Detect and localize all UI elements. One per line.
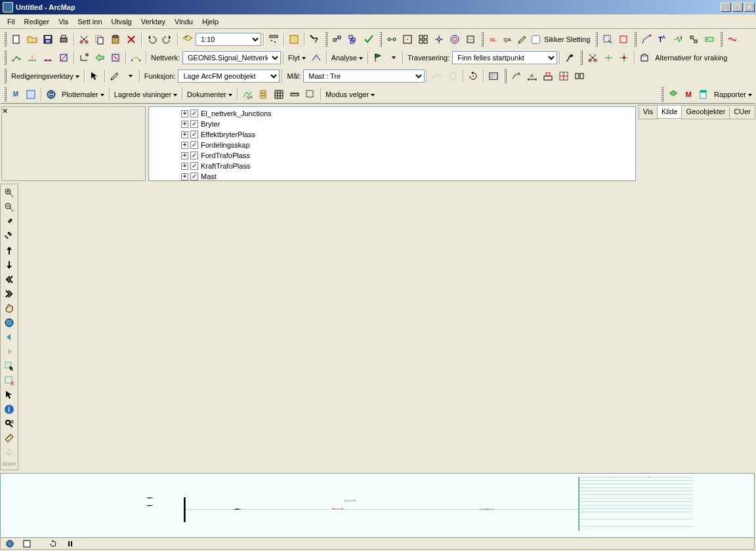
- sketch-dropdown[interactable]: [123, 70, 136, 83]
- layer-label[interactable]: El_nettverk_Junctions: [201, 110, 272, 117]
- geonis-t2-icon[interactable]: TA: [655, 33, 669, 46]
- redo-icon[interactable]: [160, 33, 175, 46]
- layer-tree[interactable]: +El_nettverk_Junctions+Bryter+Effektbryt…: [148, 106, 636, 181]
- geonis-t5-icon[interactable]: [702, 33, 717, 46]
- toc-tab-cuer[interactable]: CUer: [729, 106, 755, 119]
- vraking-icon[interactable]: [637, 51, 652, 64]
- net-tool3-icon[interactable]: [416, 33, 430, 46]
- attributes-icon[interactable]: [486, 70, 501, 83]
- fixed-zoom-out-icon[interactable]: [2, 230, 16, 243]
- geonis-app-icon[interactable]: [24, 88, 38, 101]
- dim-tool3-icon[interactable]: [541, 70, 555, 83]
- selection-tool-icon[interactable]: [303, 88, 318, 101]
- funksjon-select[interactable]: Lage ArcFM geoobjekt: [178, 70, 280, 83]
- pan-up-icon[interactable]: [2, 244, 16, 257]
- qa-tool-icon[interactable]: QA: [240, 88, 255, 101]
- arc-icon[interactable]: [430, 70, 444, 83]
- sikker-sletting-checkbox[interactable]: [532, 35, 540, 44]
- flyt-menu[interactable]: Flyt: [285, 54, 308, 62]
- geonis-t3-icon[interactable]: [671, 33, 685, 46]
- pan-icon[interactable]: [2, 302, 16, 315]
- layer-checkbox[interactable]: [190, 152, 198, 159]
- menu-utvalg[interactable]: Utvalg: [107, 15, 136, 28]
- circle-icon[interactable]: [446, 70, 460, 83]
- toc-tab-vis[interactable]: Vis: [639, 106, 658, 119]
- restore-button[interactable]: ❐: [732, 3, 743, 12]
- minimize-button[interactable]: _: [721, 3, 731, 12]
- qa-icon[interactable]: QA: [501, 33, 514, 46]
- alt-vraking-label[interactable]: Alternativer for vraking: [652, 54, 730, 62]
- grip[interactable]: [503, 69, 507, 83]
- paste-icon[interactable]: [108, 33, 123, 46]
- grip[interactable]: [719, 32, 723, 47]
- report-m-icon[interactable]: M: [682, 88, 695, 101]
- toc-tab-kilde[interactable]: Kilde: [657, 106, 682, 119]
- select-elements-icon[interactable]: [2, 388, 16, 401]
- grip[interactable]: [379, 32, 382, 47]
- net-tool1-icon[interactable]: [385, 33, 399, 46]
- analyse-menu[interactable]: Analyse: [329, 54, 366, 62]
- tool-pencil-icon[interactable]: [515, 33, 530, 46]
- fixed-zoom-in-icon[interactable]: [2, 215, 16, 228]
- grip[interactable]: [579, 51, 583, 65]
- dokumenter-menu[interactable]: Dokumenter: [184, 91, 235, 98]
- nettool-e-icon[interactable]: [77, 51, 91, 64]
- grip[interactable]: [3, 462, 16, 466]
- lagrede-menu[interactable]: Lagrede visninger: [112, 91, 180, 98]
- nettool-a-icon[interactable]: [9, 51, 24, 64]
- junction-icon[interactable]: [617, 51, 631, 64]
- menu-rediger[interactable]: Rediger: [20, 15, 54, 28]
- redigeringsverktoy-menu[interactable]: Redigeringsverktøy: [9, 72, 82, 80]
- sketch-tool-icon[interactable]: [108, 70, 122, 83]
- back-icon[interactable]: [2, 331, 16, 344]
- pan-down-icon[interactable]: [2, 258, 16, 272]
- next-extent-icon[interactable]: [2, 287, 16, 300]
- grip[interactable]: [324, 32, 327, 47]
- prev-extent-icon[interactable]: [2, 273, 16, 286]
- dim-tool5-icon[interactable]: [572, 70, 587, 83]
- layout-view-icon[interactable]: [21, 539, 33, 548]
- nettool-g-icon[interactable]: [108, 51, 123, 64]
- layer-checkbox[interactable]: [190, 110, 198, 117]
- find-icon[interactable]: [2, 417, 16, 430]
- layer-label[interactable]: Bryter: [201, 120, 220, 128]
- select-features-icon[interactable]: [2, 359, 16, 373]
- dim-tool1-icon[interactable]: A: [509, 70, 524, 83]
- edit-arrow-icon[interactable]: [87, 70, 102, 83]
- validate-icon[interactable]: [362, 33, 376, 46]
- layer-checkbox[interactable]: [190, 131, 198, 138]
- nettool-c-icon[interactable]: [41, 51, 55, 64]
- report-green-icon[interactable]: [666, 88, 681, 101]
- expand-icon[interactable]: +: [181, 173, 188, 180]
- grip[interactable]: [595, 32, 598, 47]
- geonis-t1-icon[interactable]: [639, 33, 654, 46]
- layer-label[interactable]: Mast: [201, 173, 217, 180]
- map-view[interactable]: 1110: [0, 473, 755, 539]
- layer-checkbox[interactable]: [190, 162, 198, 170]
- layer-label[interactable]: EffektbryterPlass: [201, 131, 255, 138]
- stack-icon[interactable]: [256, 88, 270, 101]
- grip[interactable]: [3, 51, 7, 65]
- help-icon[interactable]: ?: [307, 33, 322, 46]
- menu-vindu[interactable]: Vindu: [170, 15, 198, 28]
- trace-net-icon[interactable]: [725, 33, 740, 46]
- traversering-select[interactable]: Finn felles startpunkt: [452, 51, 557, 64]
- layer-label[interactable]: KraftTrafoPlass: [201, 162, 250, 170]
- delete-icon[interactable]: [124, 33, 138, 46]
- toc-close-icon[interactable]: ✕: [2, 107, 145, 115]
- expand-icon[interactable]: +: [181, 163, 188, 170]
- layer-label[interactable]: Fordelingsskap: [201, 141, 250, 149]
- full-extent-icon[interactable]: [2, 316, 16, 329]
- cut-icon[interactable]: [77, 33, 91, 46]
- clear-selection-icon[interactable]: [2, 374, 16, 387]
- flag-dropdown[interactable]: [387, 51, 400, 64]
- report-doc-icon[interactable]: [696, 88, 711, 101]
- nettool-d-icon[interactable]: [56, 51, 71, 64]
- mal-select[interactable]: Mast : Tre: [303, 70, 425, 83]
- layer-checkbox[interactable]: [190, 120, 198, 128]
- layer-row[interactable]: +FordTrafoPlass: [149, 150, 635, 161]
- globe-layers-icon[interactable]: [44, 88, 58, 101]
- layer-checkbox[interactable]: [190, 141, 198, 149]
- flag-icon[interactable]: [371, 51, 385, 64]
- copy-icon[interactable]: [93, 33, 107, 46]
